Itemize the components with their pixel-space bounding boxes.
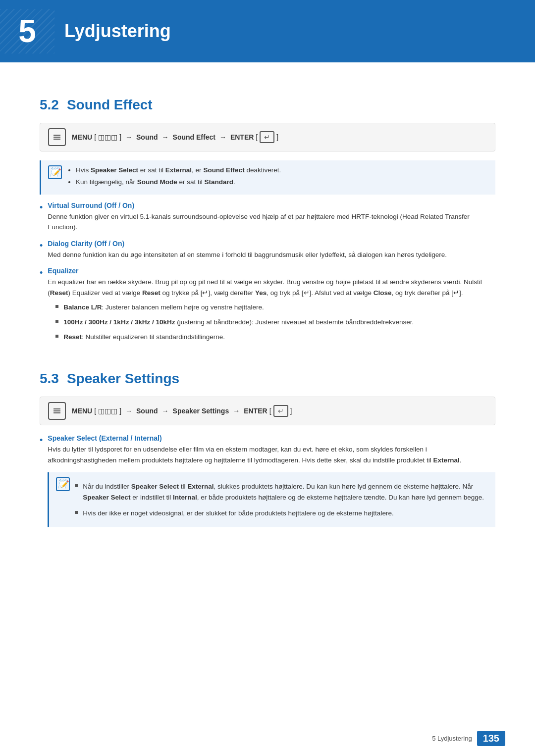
note-52-2: Kun tilgængelig, når Sound Mode er sat t… [76, 177, 488, 187]
section-53-title: Speaker Settings [67, 371, 179, 387]
section-53-number: 5.3 [40, 371, 59, 387]
footer-page-number: 135 [477, 731, 505, 746]
bullet-list-52: • Virtual Surround (Off / On) Denne funk… [40, 202, 495, 347]
sub-bullet-square-2 [55, 320, 58, 323]
menu-path-53: MENU [◫◫◫] → Sound → Speaker Settings → … [40, 397, 495, 425]
bullet-list-53: • Speaker Select (External / Internal) H… [40, 434, 495, 534]
chapter-header: 5 Lydjustering [0, 0, 535, 62]
sub-bullet-square-53-2 [75, 511, 78, 514]
arrow3-53: → [233, 407, 240, 415]
note-box-53: 📝 Når du indstiller Speaker Select til E… [48, 472, 495, 527]
sub-bullet-hz: 100Hz / 300Hz / 1kHz / 3kHz / 10kHz (jus… [48, 317, 495, 328]
enter-icon-52: ↵ [260, 131, 274, 143]
menu-label-53: MENU [72, 407, 92, 415]
sub-bullet-reset: Reset: Nulstiller equalizeren til standa… [48, 332, 495, 343]
sub-bullet-content-53-2: Hvis der ikke er noget videosignal, er d… [83, 508, 393, 519]
bullet-body-3: En equalizer har en række skydere. Brug … [48, 277, 495, 298]
bullet-dot-53-1: • [40, 435, 43, 446]
note-box-52: 📝 Hvis Speaker Select er sat til Externa… [40, 160, 495, 195]
note-52-1: Hvis Speaker Select er sat til External,… [76, 165, 488, 175]
sub-bullet-square-3 [55, 335, 58, 338]
bullet-heading-53-1: Speaker Select (External / Internal) [48, 434, 495, 442]
menu-path-52: MENU [◫◫◫] → Sound → Sound Effect → ENTE… [40, 123, 495, 151]
sub-bullet-content-53-1: Når du indstiller Speaker Select til Ext… [83, 481, 488, 503]
bullet-body-2: Med denne funktion kan du øge intensitet… [48, 250, 495, 260]
sub-bullet-balance: Balance L/R: Justerer balancen mellem hø… [48, 302, 495, 313]
main-content: 5.2 Sound Effect MENU [◫◫◫] → Sound → So… [0, 62, 535, 581]
sub-bullet-content-3: Reset: Nulstiller equalizeren til standa… [63, 332, 225, 343]
note-53-2: Hvis der ikke er noget videosignal, er d… [75, 508, 488, 519]
bullet-content-1: Virtual Surround (Off / On) Denne funkti… [48, 202, 495, 233]
bullet-content-53-1: Speaker Select (External / Internal) Hvi… [48, 434, 495, 534]
arrow3-52: → [219, 133, 226, 141]
bullet-heading-2: Dialog Clarity (Off / On) [48, 240, 495, 248]
note-content-52: Hvis Speaker Select er sat til External,… [67, 165, 488, 190]
menu-label-52: MENU [72, 133, 92, 141]
arrow2-52: → [162, 133, 169, 141]
bullet-dot-2: • [40, 241, 43, 251]
bullet-heading-3: Equalizer [48, 267, 495, 275]
bullet-body-53-1: Hvis du lytter til lydsporet for en udse… [48, 444, 495, 465]
bullet-content-2: Dialog Clarity (Off / On) Med denne funk… [48, 240, 495, 260]
section-52-header: 5.2 Sound Effect [40, 97, 495, 113]
footer: 5 Lydjustering 135 [432, 731, 505, 746]
note-53-1: Når du indstiller Speaker Select til Ext… [75, 481, 488, 503]
note-content-53: Når du indstiller Speaker Select til Ext… [75, 477, 488, 522]
note-icon-53: 📝 [56, 477, 70, 491]
bullet-body-1: Denne funktion giver en virtuel 5.1-kana… [48, 211, 495, 233]
bullet-dialog-clarity: • Dialog Clarity (Off / On) Med denne fu… [40, 240, 495, 260]
footer-chapter-label: 5 Lydjustering [432, 735, 472, 742]
section-53-header: 5.3 Speaker Settings [40, 371, 495, 387]
menu-icon-53 [48, 402, 66, 420]
chapter-number: 5 [0, 9, 54, 53]
sub-bullet-content-2: 100Hz / 300Hz / 1kHz / 3kHz / 10kHz (jus… [63, 317, 414, 328]
sub-bullet-list-equalizer: Balance L/R: Justerer balancen mellem hø… [48, 302, 495, 342]
section-52-title: Sound Effect [67, 97, 153, 113]
arrow1-52: → [125, 133, 132, 141]
bullet-dot-1: • [40, 202, 43, 213]
enter-label-53: ENTER [244, 407, 267, 415]
bullet-speaker-select: • Speaker Select (External / Internal) H… [40, 434, 495, 534]
arrow1-53: → [125, 407, 132, 415]
chapter-title: Lydjustering [64, 21, 171, 42]
arrow2-53: → [162, 407, 169, 415]
bullet-heading-1: Virtual Surround (Off / On) [48, 202, 495, 209]
enter-icon-53: ↵ [273, 405, 288, 417]
bullet-equalizer: • Equalizer En equalizer har en række sk… [40, 267, 495, 346]
bullet-dot-3: • [40, 268, 43, 278]
sub-bullet-square-53-1 [75, 484, 78, 487]
step2-53: Speaker Settings [173, 407, 229, 415]
bullet-content-3: Equalizer En equalizer har en række skyd… [48, 267, 495, 346]
menu-icon-52 [48, 128, 66, 146]
bullet-virtual-surround: • Virtual Surround (Off / On) Denne funk… [40, 202, 495, 233]
enter-label-52: ENTER [230, 133, 254, 141]
step1-52: Sound [136, 133, 158, 141]
sub-bullet-square-1 [55, 305, 58, 308]
section-52-number: 5.2 [40, 97, 59, 113]
note-icon-52: 📝 [48, 165, 62, 179]
step1-53: Sound [136, 407, 158, 415]
sub-bullet-content-1: Balance L/R: Justerer balancen mellem hø… [63, 302, 264, 313]
step2-52: Sound Effect [173, 133, 215, 141]
